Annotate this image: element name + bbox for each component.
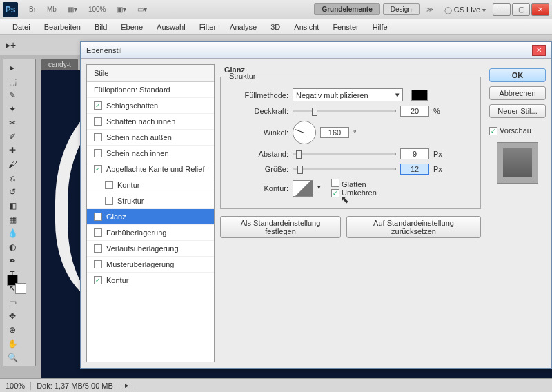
size-input[interactable]: 12: [400, 164, 429, 175]
arrange-icon[interactable]: ▣▾: [112, 3, 130, 15]
screen-mode-icon[interactable]: ▭▾: [133, 3, 151, 15]
style-label: Kontur: [117, 181, 139, 189]
status-zoom[interactable]: 100%: [0, 382, 31, 390]
style-checkbox[interactable]: [94, 117, 102, 126]
fill-options[interactable]: Fülloptionen: Standard: [87, 82, 214, 98]
reset-default-button[interactable]: Auf Standardeinstellung zurücksetzen: [346, 216, 481, 238]
umkehren-checkbox[interactable]: ✓: [331, 189, 339, 197]
move-tool-icon[interactable]: ▸: [6, 61, 19, 74]
gradient-tool-icon[interactable]: ▦: [6, 213, 19, 226]
style-item-0[interactable]: ✓Schlagschatten: [87, 98, 214, 114]
hand-tool-icon[interactable]: ✋: [6, 337, 19, 350]
workspace-grundelemente[interactable]: Grundelemente: [314, 3, 379, 15]
style-item-11[interactable]: ✓Kontur: [87, 273, 214, 288]
menu-ebene[interactable]: Ebene: [114, 21, 150, 33]
view-extras-icon[interactable]: ▦▾: [63, 3, 81, 15]
history-brush-icon[interactable]: ↺: [6, 186, 19, 198]
crop-tool-icon[interactable]: ✂: [6, 117, 19, 129]
make-default-button[interactable]: Als Standardeinstellung festlegen: [220, 216, 341, 238]
styles-header[interactable]: Stile: [87, 65, 214, 82]
style-checkbox[interactable]: [105, 181, 113, 189]
style-item-1[interactable]: Schatten nach innen: [87, 114, 214, 130]
workspace-design[interactable]: Design: [383, 3, 420, 15]
size-slider[interactable]: [293, 168, 396, 170]
style-checkbox[interactable]: [105, 197, 113, 205]
opacity-input[interactable]: 20: [400, 106, 429, 117]
style-item-4[interactable]: ✓Abgeflachte Kante und Relief: [87, 161, 214, 177]
blur-tool-icon[interactable]: 💧: [6, 227, 19, 239]
style-item-6[interactable]: Struktur: [87, 193, 214, 209]
3d-cam-icon[interactable]: ⊕: [6, 324, 19, 336]
style-item-8[interactable]: Farbüberlagerung: [87, 225, 214, 241]
dodge-tool-icon[interactable]: ◐: [6, 241, 19, 253]
bridge-btn[interactable]: Br: [25, 3, 40, 15]
preview-checkbox[interactable]: ✓: [489, 127, 497, 135]
status-doc[interactable]: Dok: 1,37 MB/5,00 MB: [31, 382, 119, 390]
cancel-button[interactable]: Abbrechen: [489, 86, 546, 100]
menu-hilfe[interactable]: Hilfe: [366, 21, 395, 33]
dialog-title-bar[interactable]: Ebenenstil ✕: [81, 42, 551, 59]
new-style-button[interactable]: Neuer Stil...: [489, 104, 546, 118]
distance-input[interactable]: 9: [400, 148, 429, 159]
style-item-2[interactable]: Schein nach außen: [87, 130, 214, 146]
stamp-tool-icon[interactable]: ⎌: [6, 172, 19, 184]
close-button[interactable]: ✕: [531, 3, 549, 16]
menu-fenster[interactable]: Fenster: [326, 21, 365, 33]
preview-thumbnail: [497, 142, 538, 184]
distance-slider[interactable]: [293, 153, 396, 155]
style-checkbox[interactable]: [94, 260, 102, 268]
kontur-label: Kontur:: [226, 184, 288, 193]
brush-tool-icon[interactable]: 🖌: [6, 158, 19, 170]
style-checkbox[interactable]: [94, 244, 102, 253]
style-checkbox[interactable]: ✓: [94, 213, 102, 221]
pen-tool-icon[interactable]: ✒: [6, 255, 19, 267]
style-checkbox[interactable]: [94, 133, 102, 141]
style-item-9[interactable]: Verlaufsüberlagerung: [87, 241, 214, 257]
menu-bearbeiten[interactable]: Bearbeiten: [37, 21, 88, 33]
style-checkbox[interactable]: ✓: [94, 165, 102, 173]
status-arrow-icon[interactable]: ▸: [119, 381, 135, 390]
cslive-btn[interactable]: ◯ CS Live ▾: [440, 3, 490, 16]
wand-tool-icon[interactable]: ✦: [6, 103, 19, 115]
menu-bild[interactable]: Bild: [88, 21, 114, 33]
shape-tool-icon[interactable]: ▭: [6, 296, 19, 308]
workspace-more-icon[interactable]: ≫: [422, 3, 437, 15]
angle-input[interactable]: 160: [320, 127, 349, 138]
contour-picker[interactable]: [293, 180, 313, 197]
3d-tool-icon[interactable]: ✥: [6, 310, 19, 322]
menu-datei[interactable]: Datei: [6, 21, 37, 33]
menu-ansicht[interactable]: Ansicht: [287, 21, 326, 33]
heal-tool-icon[interactable]: ✚: [6, 144, 19, 157]
maximize-button[interactable]: ▢: [512, 3, 530, 16]
style-checkbox[interactable]: [94, 228, 102, 237]
background-color[interactable]: [15, 283, 26, 294]
style-checkbox[interactable]: [94, 149, 102, 157]
menu-analyse[interactable]: Analyse: [223, 21, 264, 33]
fill-method-select[interactable]: Negativ multiplizieren▾: [293, 88, 403, 101]
fill-color-swatch[interactable]: [411, 90, 428, 101]
menu-filter[interactable]: Filter: [193, 21, 223, 33]
style-item-5[interactable]: Kontur: [87, 177, 214, 193]
lasso-tool-icon[interactable]: ✎: [6, 89, 19, 101]
angle-dial[interactable]: [293, 121, 316, 144]
eraser-tool-icon[interactable]: ◧: [6, 199, 19, 212]
document-tab[interactable]: candy-t: [41, 59, 78, 70]
move-tool-icon[interactable]: ▸+: [6, 39, 16, 50]
minibridge-btn[interactable]: Mb: [43, 3, 61, 15]
eyedropper-tool-icon[interactable]: ✐: [6, 130, 19, 143]
menu-auswahl[interactable]: Auswahl: [150, 21, 193, 33]
style-checkbox[interactable]: ✓: [94, 101, 102, 110]
dialog-close-icon[interactable]: ✕: [532, 45, 546, 56]
marquee-tool-icon[interactable]: ⬚: [6, 75, 19, 88]
minimize-button[interactable]: —: [493, 3, 511, 16]
glatten-checkbox[interactable]: [331, 179, 339, 187]
style-item-10[interactable]: Musterüberlagerung: [87, 257, 214, 273]
zoom-level[interactable]: 100%: [84, 3, 110, 15]
style-checkbox[interactable]: ✓: [94, 276, 102, 284]
menu-3d[interactable]: 3D: [264, 21, 287, 33]
opacity-slider[interactable]: [293, 110, 396, 112]
style-item-7[interactable]: ✓Glanz: [87, 209, 214, 225]
zoom-tool-icon[interactable]: 🔍: [6, 351, 19, 364]
ok-button[interactable]: OK: [489, 68, 546, 82]
style-item-3[interactable]: Schein nach innen: [87, 146, 214, 161]
